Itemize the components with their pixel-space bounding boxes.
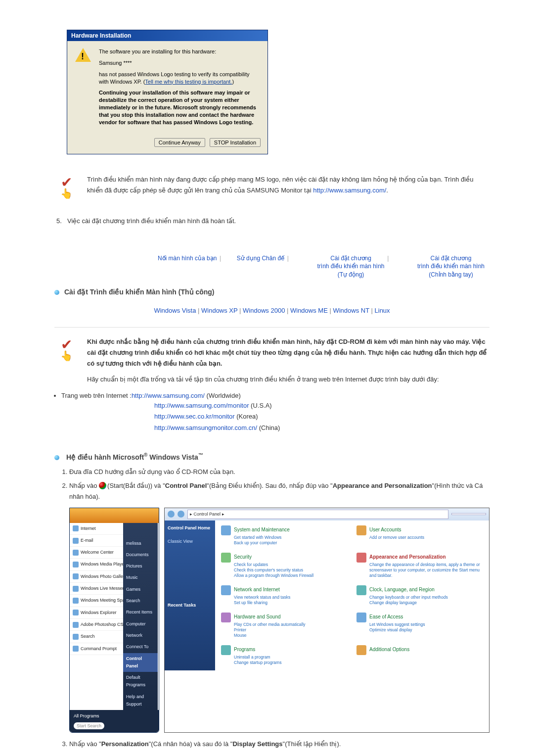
section-nav: Nối màn hình của bạn | Sử dụng Chân đế |… [54, 254, 490, 279]
note-check-icon: ✔👆 [54, 174, 78, 199]
nav-install-auto[interactable]: Cài đặt chươngtrình điều khiển màn hình(… [304, 254, 384, 279]
start-menu-item[interactable]: Welcome Center [70, 547, 123, 559]
start-menu-right-item[interactable]: melissa [123, 538, 158, 549]
start-orb-icon [99, 482, 106, 489]
link-korea[interactable]: http://www.sec.co.kr/monitor [154, 413, 235, 420]
cp-side-home[interactable]: Control Panel Home [168, 524, 212, 532]
cp-side-classic[interactable]: Classic View [168, 538, 212, 545]
link-linux[interactable]: Linux [375, 307, 390, 314]
dialog-warning-text: Continuing your installation of this sof… [99, 89, 260, 126]
cp-category[interactable]: User AccountsAdd or remove user accounts [356, 525, 483, 546]
note-ms-logo: Trình điều khiển màn hình này đang được … [87, 174, 490, 199]
link-usa[interactable]: http://www.samsung.com/monitor [154, 402, 249, 409]
user-avatar [70, 508, 159, 523]
start-menu-right-item[interactable]: Control Panel [123, 653, 158, 672]
nav-use-stand[interactable]: Sử dụng Chân đế [237, 254, 284, 263]
start-menu-right-item[interactable]: Pictures [123, 561, 158, 572]
link-2000[interactable]: Windows 2000 [243, 307, 285, 314]
heading-vista: Hệ điều hành Microsoft® Windows Vista™ [54, 452, 490, 461]
internet-links-list: Trang web trên Internet :http://www.sams… [61, 392, 490, 399]
link-nt[interactable]: Windows NT [333, 307, 369, 314]
start-menu-right: melissaDocumentsPicturesMusicGamesSearch… [123, 523, 158, 710]
cp-category[interactable]: Hardware and SoundPlay CDs or other medi… [221, 613, 348, 638]
vista-screenshot: InternetE-mailWelcome CenterWindows Medi… [69, 508, 490, 733]
cp-category[interactable]: System and MaintenanceGet started with W… [221, 525, 348, 546]
start-menu-right-item[interactable]: Recent Items [123, 607, 158, 618]
cp-category[interactable]: Additional Options [356, 645, 483, 665]
nav-connect-monitor[interactable]: Nối màn hình của bạn [158, 254, 217, 263]
dialog-compat: has not passed Windows Logo testing to v… [99, 71, 260, 86]
cp-category[interactable]: Network and InternetView network status … [221, 585, 348, 606]
cp-side-recent: Recent Tasks [168, 602, 212, 609]
note-os-prompt: Khi được nhắc bằng hệ điều hành của chươ… [87, 336, 490, 369]
start-menu-item[interactable]: Windows Photo Gallery [70, 571, 123, 583]
start-menu-item[interactable]: Windows Media Player [70, 559, 123, 570]
hardware-install-dialog: Hardware Installation The software you a… [67, 30, 268, 154]
start-menu-right-item[interactable]: Documents [123, 549, 158, 561]
step-5: 5.Việc cài đặt chương trình điều khiển m… [54, 217, 490, 225]
start-menu-item[interactable]: Internet [70, 523, 123, 535]
all-programs[interactable]: All Programs [74, 712, 155, 720]
cp-categories: System and MaintenanceGet started with W… [215, 520, 489, 671]
link-china[interactable]: http://www.samsungmonitor.com.cn/ [154, 424, 257, 431]
continue-anyway-button[interactable]: Continue Anyway [154, 138, 205, 147]
start-menu-item[interactable]: Windows Explorer [70, 607, 123, 619]
warning-icon [75, 48, 91, 130]
start-menu-item[interactable]: E-mail [70, 535, 123, 547]
start-menu-item[interactable]: Command Prompt [70, 643, 123, 655]
start-menu-item[interactable]: Windows Meeting Space [70, 595, 123, 607]
note-prepare-disk: Hãy chuẩn bị một đĩa trống và tải về tập… [87, 374, 490, 385]
search-box[interactable] [451, 513, 486, 515]
dialog-titlebar: Hardware Installation [67, 30, 267, 41]
tell-me-why-link[interactable]: Tell me why this testing is important. [145, 79, 232, 85]
start-menu-right-item[interactable]: Computer [123, 618, 158, 630]
os-link-row: Windows Vista | Windows XP | Windows 200… [54, 307, 490, 314]
note-hand-icon: ✔👆 [54, 336, 78, 385]
start-menu-item[interactable]: Windows Live Messenger Download [70, 583, 123, 595]
start-menu-right-item[interactable]: Music [123, 572, 158, 583]
nav-install-manual[interactable]: Cài đặt chươngtrình điều khiển màn hình(… [404, 254, 485, 279]
start-menu-right-item[interactable]: Help and Support [123, 691, 158, 710]
nav-back-icon[interactable] [168, 511, 175, 518]
start-menu-right-item[interactable]: Games [123, 584, 158, 595]
address-bar[interactable]: ▸ Control Panel ▸ [187, 510, 448, 519]
cp-category[interactable]: Clock, Language, and RegionChange keyboa… [356, 585, 483, 606]
dialog-line1: The software you are installing for this… [99, 48, 260, 55]
vista-step-1: Đưa đĩa CD hướng dẫn sử dụng vào ổ CD-RO… [69, 467, 490, 477]
vista-step-2: Nhấp vào (Start(Bắt đầu)) và "Control Pa… [69, 480, 490, 733]
start-menu-item[interactable]: Search [70, 631, 123, 643]
start-search[interactable]: Start Search [74, 722, 104, 729]
start-menu-right-item[interactable]: Default Programs [123, 672, 158, 691]
samsung-home-link[interactable]: http://www.samsung.com/ [313, 187, 386, 194]
start-menu-item[interactable]: Adobe Photoshop CS2 [70, 619, 123, 631]
start-menu-left: InternetE-mailWelcome CenterWindows Medi… [70, 523, 123, 655]
start-menu: InternetE-mailWelcome CenterWindows Medi… [69, 508, 159, 733]
cp-sidebar: Control Panel Home Classic View Recent T… [165, 520, 215, 671]
cp-category[interactable]: Ease of AccessLet Windows suggest settin… [356, 613, 483, 638]
vista-step-3: Nhấp vào "Personalization"(Cá nhân hóa) … [69, 739, 490, 750]
link-vista[interactable]: Windows Vista [154, 307, 196, 314]
dialog-device: Samsung **** [99, 59, 260, 67]
link-worldwide[interactable]: http://www.samsung.com/ [132, 392, 205, 399]
divider [54, 327, 490, 328]
cp-category[interactable]: Appearance and PersonalizationChange the… [356, 553, 483, 578]
vista-steps: Đưa đĩa CD hướng dẫn sử dụng vào ổ CD-RO… [58, 467, 490, 733]
heading-manual-install: Cài đặt Trình điều khiển Màn hình (Thủ c… [54, 288, 490, 296]
start-menu-right-item[interactable]: Search [123, 595, 158, 607]
cp-category[interactable]: ProgramsUninstall a programChange startu… [221, 645, 348, 665]
start-menu-right-item[interactable]: Network [123, 630, 158, 641]
start-menu-right-item[interactable]: Connect To [123, 641, 158, 653]
link-xp[interactable]: Windows XP [201, 307, 237, 314]
control-panel-window: ▸ Control Panel ▸ Control Panel Home Cla… [164, 508, 490, 733]
nav-fwd-icon[interactable] [178, 511, 184, 518]
link-me[interactable]: Windows ME [290, 307, 328, 314]
stop-installation-button[interactable]: STOP Installation [210, 138, 261, 147]
cp-category[interactable]: SecurityCheck for updatesCheck this comp… [221, 553, 348, 578]
